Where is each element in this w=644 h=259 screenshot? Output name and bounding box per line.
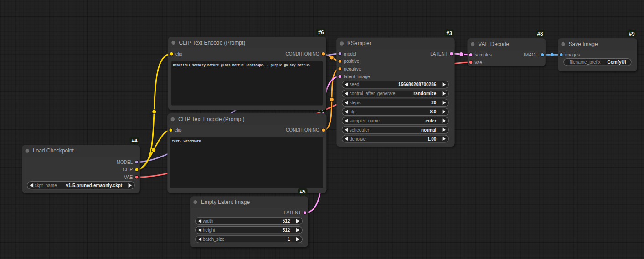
svg-text:cfg: cfg [350,109,355,114]
svg-text:#5: #5 [300,189,306,194]
svg-text:clip: clip [175,127,181,132]
svg-text:CLIP: CLIP [123,167,133,172]
svg-text:denoise: denoise [350,137,366,142]
svg-text:VAE Decode: VAE Decode [478,41,509,47]
svg-text:CLIP Text Encode (Prompt): CLIP Text Encode (Prompt) [178,116,245,122]
svg-text:vae: vae [475,60,483,65]
svg-text:model: model [344,51,356,56]
svg-text:Load Checkpoint: Load Checkpoint [33,147,74,154]
svg-text:512: 512 [283,228,290,233]
svg-text:#4: #4 [132,138,138,143]
svg-text:IMAGE: IMAGE [524,52,539,57]
svg-text:MODEL: MODEL [117,160,133,165]
svg-text:1.00: 1.00 [428,137,437,142]
svg-text:text, watermark: text, watermark [172,139,201,143]
svg-text:randomize: randomize [413,91,436,96]
svg-text:filename_prefix: filename_prefix [570,60,601,65]
svg-text:8.0: 8.0 [430,109,436,114]
svg-text:steps: steps [350,100,361,105]
svg-text:156680208700286: 156680208700286 [398,82,437,87]
svg-text:v1-5-pruned-emaonly.ckpt: v1-5-pruned-emaonly.ckpt [66,183,122,188]
svg-text:seed: seed [350,82,360,87]
svg-text:height: height [203,228,215,233]
svg-text:control_after_generate: control_after_generate [350,91,396,96]
svg-text:#9: #9 [629,31,635,36]
svg-text:CONDITIONING: CONDITIONING [286,127,319,132]
svg-text:ComfyUI: ComfyUI [607,60,626,65]
svg-text:#3: #3 [446,30,452,36]
svg-text:normal: normal [421,127,437,132]
svg-text:512: 512 [283,218,290,223]
svg-text:KSampler: KSampler [347,40,371,46]
svg-text:ckpt_name: ckpt_name [35,183,57,188]
svg-text:positive: positive [344,59,359,64]
svg-text:clip: clip [175,51,182,56]
svg-text:#8: #8 [537,31,543,36]
svg-text:VAE: VAE [124,175,133,180]
svg-text:LATENT: LATENT [284,210,301,215]
svg-text:Empty Latent Image: Empty Latent Image [201,199,250,205]
svg-text:#6: #6 [318,30,324,35]
svg-text:batch_size: batch_size [203,237,225,242]
svg-text:LATENT: LATENT [430,51,448,56]
svg-text:samples: samples [475,52,492,57]
svg-text:1: 1 [288,237,290,242]
svg-text:width: width [202,218,213,223]
svg-text:images: images [565,52,580,57]
svg-text:CONDITIONING: CONDITIONING [286,51,319,56]
svg-text:euler: euler [425,118,436,123]
svg-text:sampler_name: sampler_name [350,118,380,123]
svg-text:beautiful scenery nature glass: beautiful scenery nature glass bottle la… [173,63,311,67]
svg-text:20: 20 [431,100,437,105]
svg-text:CLIP Text Encode (Prompt): CLIP Text Encode (Prompt) [179,40,246,46]
svg-text:Save Image: Save Image [569,41,598,47]
svg-text:negative: negative [344,66,361,71]
svg-text:latent_image: latent_image [344,74,370,79]
svg-text:scheduler: scheduler [350,127,370,132]
